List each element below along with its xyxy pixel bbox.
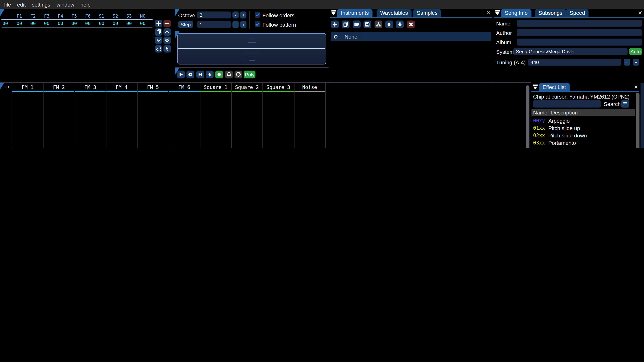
column-separator: [200, 83, 200, 148]
menu-item-edit[interactable]: edit: [17, 1, 26, 8]
move-instrument-up-button[interactable]: [385, 20, 393, 28]
close-icon[interactable]: ✕: [638, 10, 642, 15]
tab-effect-list[interactable]: Effect List: [539, 83, 570, 91]
tab-subsongs[interactable]: Subsongs: [535, 9, 566, 17]
octave-minus-button[interactable]: -: [232, 11, 239, 18]
album-field[interactable]: [517, 38, 642, 45]
follow-pattern-checkbox[interactable]: [254, 21, 260, 27]
pattern-scrollbar[interactable]: [526, 85, 530, 148]
follow-orders-checkbox[interactable]: [254, 12, 260, 17]
tab-instruments[interactable]: Instruments: [337, 9, 372, 17]
channel-header-fm-4[interactable]: FM 4: [116, 84, 128, 90]
tab-wavetables[interactable]: Wavetables: [376, 9, 412, 17]
metronome-button[interactable]: [225, 70, 233, 78]
channel-header-square-3[interactable]: Square 3: [266, 84, 290, 90]
order-edit-mode-button[interactable]: [163, 45, 170, 52]
channel-color-bar: [263, 91, 294, 92]
poly-button[interactable]: Poly: [244, 70, 256, 78]
save-instrument-button[interactable]: [364, 20, 372, 28]
channel-header-fm-2[interactable]: FM 2: [53, 84, 65, 90]
tab-song-info[interactable]: Song Info: [501, 9, 531, 17]
menu-item-settings[interactable]: settings: [32, 1, 50, 8]
delete-instrument-button[interactable]: [407, 20, 415, 28]
move-instrument-down-button[interactable]: [396, 20, 404, 28]
system-field[interactable]: Sega Genesis/Mega Drive: [513, 48, 628, 55]
channel-header-fm-3[interactable]: FM 3: [84, 84, 96, 90]
add-order-button[interactable]: [155, 20, 162, 27]
deep-clone-button[interactable]: [155, 45, 162, 52]
repeat-pattern-button[interactable]: [234, 70, 242, 78]
order-cell[interactable]: 00: [112, 21, 118, 26]
play-from-beginning-button[interactable]: [187, 70, 194, 78]
menu-item-help[interactable]: help: [80, 1, 90, 8]
play-one-row-button[interactable]: [196, 70, 204, 78]
open-instrument-button[interactable]: [353, 20, 360, 28]
order-cell[interactable]: 00: [16, 21, 22, 26]
order-cell[interactable]: 00: [72, 21, 77, 26]
edit-record-button[interactable]: [215, 70, 223, 78]
tuning-minus-button[interactable]: -: [624, 59, 630, 66]
step-button[interactable]: Step: [178, 21, 193, 28]
step-plus-button[interactable]: +: [240, 21, 246, 28]
menu-item-file[interactable]: file: [4, 1, 11, 8]
play-button[interactable]: [177, 70, 185, 78]
instrument-list-item[interactable]: - None -: [331, 32, 491, 41]
folder-icon: [354, 22, 360, 27]
channel-expand-label[interactable]: ++: [4, 84, 10, 89]
order-cell[interactable]: 00: [126, 21, 132, 26]
channel-header-fm-1[interactable]: FM 1: [22, 84, 34, 90]
order-cell[interactable]: 00: [99, 21, 104, 26]
tab-samples[interactable]: Samples: [413, 9, 441, 17]
collapse-panel-icon[interactable]: [332, 10, 336, 15]
duplicate-order-button[interactable]: [155, 28, 162, 35]
name-field[interactable]: [517, 20, 642, 27]
effect-list-scrollbar[interactable]: [636, 93, 640, 148]
divider: [330, 31, 492, 31]
effect-table-header: Name Description: [532, 109, 636, 116]
system-label: System: [496, 49, 514, 55]
order-cell[interactable]: 00: [58, 21, 63, 26]
add-instrument-button[interactable]: [331, 20, 339, 28]
menu-item-window[interactable]: window: [56, 1, 74, 8]
effect-search-input[interactable]: [533, 100, 601, 108]
order-cell[interactable]: 00: [140, 21, 146, 26]
duplicate-instrument-button[interactable]: [342, 20, 350, 28]
author-field[interactable]: [517, 29, 642, 36]
order-cell[interactable]: 00: [44, 21, 49, 26]
order-cell[interactable]: 00: [85, 21, 90, 26]
step-input[interactable]: 1: [197, 21, 231, 28]
order-row-number[interactable]: 00: [2, 21, 8, 26]
close-icon[interactable]: ✕: [486, 10, 491, 15]
tuning-plus-button[interactable]: +: [633, 59, 639, 66]
channel-header-square-1[interactable]: Square 1: [204, 84, 228, 90]
order-column-header-F2: F2: [30, 13, 36, 19]
cross-icon: [408, 22, 414, 27]
close-icon[interactable]: ✕: [634, 84, 638, 90]
duplicate-end-button[interactable]: [163, 36, 170, 44]
chevrons-down-icon: [164, 37, 170, 43]
tabbar-underline: [531, 91, 639, 92]
octave-input[interactable]: 3: [197, 11, 231, 18]
auto-system-button[interactable]: Auto: [629, 48, 642, 55]
tab-speed[interactable]: Speed: [566, 9, 589, 17]
effect-list-menu-button[interactable]: [621, 100, 629, 108]
collapse-panel-icon[interactable]: [495, 10, 500, 15]
column-separator: [263, 83, 263, 148]
step-row-button[interactable]: [206, 70, 214, 78]
channel-header-noise[interactable]: Noise: [302, 84, 317, 90]
move-order-down-button[interactable]: [155, 36, 162, 44]
tuning-field[interactable]: 440: [528, 59, 621, 66]
play-row-icon: [198, 72, 203, 77]
remove-order-button[interactable]: [163, 20, 170, 27]
channel-header-fm-5[interactable]: FM 5: [147, 84, 159, 90]
octave-plus-button[interactable]: +: [240, 11, 246, 18]
order-cell[interactable]: 00: [30, 21, 36, 26]
column-separator: [325, 83, 326, 148]
step-minus-button[interactable]: -: [232, 21, 239, 28]
instrument-type-button[interactable]: [374, 20, 382, 28]
channel-header-fm-6[interactable]: FM 6: [178, 84, 190, 90]
channel-header-square-2[interactable]: Square 2: [235, 84, 259, 90]
effect-description: Portamento: [548, 140, 634, 146]
collapse-panel-icon[interactable]: [533, 84, 538, 89]
move-order-up-button[interactable]: [163, 28, 170, 35]
